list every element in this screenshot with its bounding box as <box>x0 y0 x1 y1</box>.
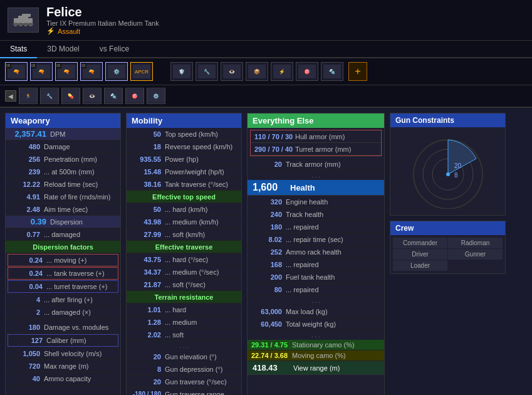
ammo-slot-2[interactable]: 🔫 IX <box>30 62 53 81</box>
camo-moving-label: Moving camo (%) <box>292 352 346 359</box>
moving-row: 0.24 ... moving (+) <box>8 254 118 266</box>
equip-slot-7[interactable]: 🔩 <box>321 62 343 81</box>
ammo-slot-3[interactable]: 🔫 IX <box>55 62 78 81</box>
add-equipment-button[interactable]: + <box>348 62 367 81</box>
disp-dmg-label: ... damaged <box>44 231 117 238</box>
equip-slot-1[interactable]: 🛡️ <box>170 62 193 81</box>
equip-row2: ◀ 🏃 🔧 💊 👁️ 🔩 🎯 ⚙️ <box>0 85 532 108</box>
dots-3: . . . <box>248 296 384 305</box>
crew-title: Crew <box>390 221 505 235</box>
consumable-slot-1[interactable]: 🏃 <box>19 88 38 104</box>
eff-trav-header: Effective traverse <box>127 241 241 253</box>
equip-slot-4[interactable]: 📦 <box>246 62 268 81</box>
consumable-icon-3: 💊 <box>62 89 80 103</box>
power-row: 935.55 Power (hp) <box>127 153 241 166</box>
equip-slot-6[interactable]: 🎯 <box>296 62 318 81</box>
penetration-val: 256 <box>9 155 44 163</box>
consumable-slot-7[interactable]: ⚙️ <box>147 88 165 104</box>
soft-trav-row: 21.87 ... soft (°/sec) <box>127 278 241 291</box>
dpm-row: 2,357.41 DPM <box>6 128 120 140</box>
consumable-icon-1: 🏃 <box>19 89 37 103</box>
consumable-slot-4[interactable]: 👁️ <box>83 88 102 104</box>
dmg-modules-row: 180 Damage vs. modules <box>6 321 120 334</box>
moving-val: 0.24 <box>12 256 46 264</box>
everything-else-panel: Everything Else 110 / 70 / 30 Hull armor… <box>247 113 385 395</box>
tank-traverse-val: 0.24 <box>12 270 46 277</box>
header: Felice Tier IX Premium Italian Medium Ta… <box>0 0 532 41</box>
camo-stat-val: 29.31 / 4.75 <box>251 341 292 349</box>
total-weight-row: 60,450 Total weight (kg) <box>248 318 384 330</box>
fuel-repaired-label: ... repaired <box>286 286 380 293</box>
equip-icon-3: 👁️ <box>223 65 241 78</box>
damaged-val: 2 <box>9 308 44 316</box>
med-trav-row: 34.37 ... medium (°/sec) <box>127 266 241 278</box>
consumable-slot-2[interactable]: 🔧 <box>40 88 59 104</box>
turret-armor-val: 290 / 70 / 40 <box>254 145 295 153</box>
shell-velocity-label: Shell velocity (m/s) <box>44 350 117 357</box>
right-panel: Gun Constraints 20 8 Crew <box>390 113 506 395</box>
consumable-icon-5: 🔩 <box>105 89 122 103</box>
camo-moving-val: 22.74 / 3.68 <box>251 352 292 359</box>
turret-armor-row: 290 / 70 / 40 Turret armor (mm) <box>251 143 381 155</box>
truck-health-label: Track health <box>286 211 380 218</box>
rof-val: 4.91 <box>9 193 44 201</box>
hull-armor-label: Hull armor (mm) <box>295 133 345 140</box>
ammo-health-val: 252 <box>251 248 286 256</box>
eff-top-speed-header: Effective top speed <box>127 191 241 203</box>
total-weight-label: Total weight (kg) <box>286 320 380 328</box>
turret-traverse-val: 0.04 <box>12 283 46 290</box>
hard-trav-row: 43.75 ... hard (°/sec) <box>127 253 241 266</box>
ammo-slot-1[interactable]: 🔫 IX <box>5 62 28 81</box>
repair-time-row: 8.02 ... repair time (sec) <box>248 233 384 246</box>
gun-constraints-panel: Gun Constraints 20 8 <box>390 113 506 216</box>
svg-rect-7 <box>13 23 33 25</box>
consumable-slot-6[interactable]: 🎯 <box>125 88 144 104</box>
gun-diagram: 20 8 <box>390 127 505 215</box>
consumable-icon-2: 🔧 <box>41 89 58 103</box>
equip-slot-2[interactable]: 🔧 <box>196 62 218 81</box>
engine-health-row: 320 Engine health <box>248 196 384 208</box>
mobility-title: Mobility <box>127 113 241 128</box>
soft-res-row: 2.02 ... soft <box>127 329 241 341</box>
equip-slot-5[interactable]: ⚡ <box>271 62 293 81</box>
pen500-row: 239 ... at 500m (mm) <box>6 166 120 178</box>
top-speed-label: Top speed (km/h) <box>165 130 237 138</box>
consumable-slot-5[interactable]: 🔩 <box>104 88 123 104</box>
tank-icon <box>8 8 39 33</box>
tab-stats[interactable]: Stats <box>0 41 37 58</box>
hull-armor-val: 110 / 70 / 30 <box>254 133 295 140</box>
everything-title: Everything Else <box>248 113 384 128</box>
reload-row: 12.22 Reload time (sec) <box>6 178 120 191</box>
role-label: Assault <box>58 28 80 35</box>
header-info: Felice Tier IX Premium Italian Medium Ta… <box>46 5 159 35</box>
gun-constraints-title: Gun Constraints <box>390 113 505 127</box>
repair1-label: ... repaired <box>286 223 380 231</box>
tank-name: Felice <box>46 5 159 19</box>
camo-stat-row: 29.31 / 4.75 Stationary camo (%) <box>248 340 384 350</box>
after-firing-row: 4 ... after firing (+) <box>6 293 120 306</box>
crew-commander: Commander <box>393 238 447 248</box>
tab-vs-felice[interactable]: vs Felice <box>90 41 139 58</box>
equip-icon-6: 🎯 <box>298 65 316 78</box>
gun-trav-row: 20 Gun traverse (°/sec) <box>127 376 241 388</box>
max-load-row: 63,000 Max load (kg) <box>248 305 384 318</box>
ammo-slot-4[interactable]: 🔫 IX <box>80 62 103 81</box>
apcr-icon: APCR <box>133 65 150 78</box>
svg-text:20: 20 <box>454 162 462 169</box>
view-range-row: 418.43 View range (m) <box>248 361 384 375</box>
pw-row: 15.48 Power/weight (hp/t) <box>127 166 241 178</box>
aim-val: 2.48 <box>9 206 44 213</box>
tab-3d-model[interactable]: 3D Model <box>37 41 89 58</box>
prev-config-button[interactable]: ◀ <box>5 90 16 102</box>
repair1-row: 180 ... repaired <box>248 221 384 233</box>
ammo-slot-apcr[interactable]: APCR <box>130 62 153 81</box>
turret-armor-label: Turret armor (mm) <box>295 145 351 153</box>
ammo-slot-5[interactable]: ⚙️ <box>105 62 128 81</box>
repair-time-label: ... repair time (sec) <box>286 236 380 243</box>
damage-row: 480 Damage <box>6 140 120 153</box>
turret-traverse-label: ... turret traverse (+) <box>46 283 114 290</box>
equip-slot-3[interactable]: 👁️ <box>221 62 243 81</box>
equip-icon-7: 🔩 <box>323 65 341 78</box>
consumable-slot-3[interactable]: 💊 <box>61 88 80 104</box>
top-speed-row: 50 Top speed (km/h) <box>127 128 241 140</box>
